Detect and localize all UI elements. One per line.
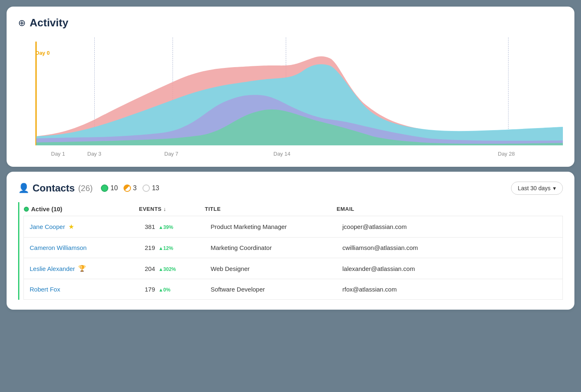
active-section-dot [24,207,29,212]
contacts-count: (26) [78,184,93,193]
email-cell: jcooper@atlassian.com [337,216,563,238]
inactive-dot-icon [142,184,150,192]
badge-inactive: 13 [142,184,159,192]
day-label-1: Day 1 [51,151,65,157]
activity-card: ⊕ Activity Day 0 Day 1 Day 3 Day 7 Day 1… [7,7,574,167]
contacts-title: Contacts [33,182,75,194]
events-cell: 179 ▲0% [139,279,205,300]
status-badges: 10 3 13 [101,184,159,192]
activity-title: Activity [30,16,68,29]
contacts-icon: 👤 [18,183,29,194]
events-pct: ▲39% [159,224,173,230]
star-icon: ★ [68,223,74,231]
col-header-email: EMAIL [337,202,563,216]
badge-half: 3 [124,184,137,192]
email-cell: lalexander@atlassian.com [337,258,563,279]
title-cell: Web Designer [205,258,337,279]
sort-icon: ↓ [163,206,166,212]
contacts-inner: 👤 Contacts (26) 10 3 13 Last [18,182,563,300]
events-pct: ▲12% [159,245,173,251]
section-header-row: Active (10) EVENTS ↓ TITLE EMAIL [24,202,563,216]
trophy-icon: 🏆 [78,265,86,272]
active-dot-icon [101,184,108,192]
contact-name[interactable]: Jane Cooper ★ [30,223,133,231]
active-label-text: Active (10) [31,205,63,212]
contact-name[interactable]: Robert Fox [30,286,133,293]
day-label-28: Day 28 [498,151,515,157]
chart-svg [18,37,563,145]
table-row[interactable]: Cameron Williamson 219 ▲12% Marketing Co… [24,238,563,258]
activity-chart: Day 0 Day 1 Day 3 Day 7 Day 14 Day 28 [18,37,563,157]
email-cell: cwilliamson@atlassian.com [337,238,563,258]
activity-icon: ⊕ [18,18,26,28]
email-cell: rfox@atlassian.com [337,279,563,300]
events-pct: ▲302% [159,266,176,272]
day-label-7: Day 7 [164,151,178,157]
table-row[interactable]: Leslie Alexander 🏆 204 ▲302% Web Designe… [24,258,563,279]
table-row[interactable]: Jane Cooper ★ 381 ▲39% Product Marketing… [24,216,563,238]
contact-name[interactable]: Cameron Williamson [30,244,133,251]
date-filter-button[interactable]: Last 30 days ▾ [511,182,563,195]
events-cell: 381 ▲39% [139,216,205,238]
contacts-header: 👤 Contacts (26) 10 3 13 Last [18,182,563,195]
half-badge-count: 3 [133,184,137,192]
day-label-3: Day 3 [87,151,101,157]
title-cell: Software Developer [205,279,337,300]
events-cell: 204 ▲302% [139,258,205,279]
day-label-14: Day 14 [273,151,290,157]
contacts-table: Active (10) EVENTS ↓ TITLE EMAIL [23,202,563,300]
contacts-title-group: 👤 Contacts (26) [18,182,93,194]
events-pct: ▲0% [159,287,170,293]
chevron-down-icon: ▾ [553,185,556,191]
table-row[interactable]: Robert Fox 179 ▲0% Software Developer rf… [24,279,563,300]
badge-active: 10 [101,184,118,192]
activity-header: ⊕ Activity [18,16,563,29]
date-filter-label: Last 30 days [518,185,551,191]
title-cell: Marketing Coordinator [205,238,337,258]
col-header-title: TITLE [205,202,337,216]
title-cell: Product Marketing Manager [205,216,337,238]
half-dot-icon [124,184,131,192]
contact-name[interactable]: Leslie Alexander 🏆 [30,265,133,272]
active-section: Active (10) EVENTS ↓ TITLE EMAIL [18,202,563,300]
events-cell: 219 ▲12% [139,238,205,258]
active-badge-count: 10 [110,184,118,192]
contacts-card: 👤 Contacts (26) 10 3 13 Last [7,172,574,310]
active-section-label: Active (10) [24,205,139,212]
col-header-events: EVENTS ↓ [139,202,205,216]
inactive-badge-count: 13 [152,184,159,192]
